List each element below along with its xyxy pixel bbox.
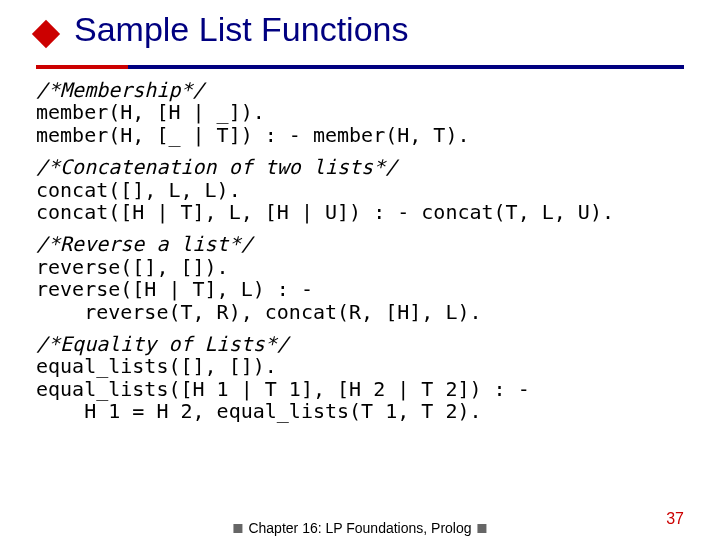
- title-underline: [36, 55, 684, 65]
- underline-red: [36, 65, 128, 69]
- code-line: equal_lists([], []).: [36, 354, 277, 378]
- footer-chapter-text: Chapter 16: LP Foundations, Prolog: [248, 520, 471, 536]
- content-area: /*Membership*/ member(H, [H | _]). membe…: [36, 79, 684, 422]
- code-line: equal_lists([H 1 | T 1], [H 2 | T 2]) : …: [36, 377, 530, 401]
- code-line: concat([], L, L).: [36, 178, 241, 202]
- code-line: reverse([], []).: [36, 255, 229, 279]
- code-line: reverse(T, R), concat(R, [H], L).: [36, 300, 482, 324]
- square-bullet-icon: [233, 524, 242, 533]
- code-block-equal: /*Equality of Lists*/ equal_lists([], []…: [36, 333, 684, 423]
- page-number: 37: [666, 510, 684, 528]
- title-row: Sample List Functions: [36, 10, 684, 49]
- code-line: concat([H | T], L, [H | U]) : - concat(T…: [36, 200, 614, 224]
- code-block-reverse: /*Reverse a list*/ reverse([], []). reve…: [36, 233, 684, 323]
- code-comment: /*Reverse a list*/: [36, 232, 253, 256]
- code-comment: /*Equality of Lists*/: [36, 332, 289, 356]
- code-line: H 1 = H 2, equal_lists(T 1, T 2).: [36, 399, 482, 423]
- footer-chapter: Chapter 16: LP Foundations, Prolog: [233, 520, 486, 536]
- slide: Sample List Functions /*Membership*/ mem…: [0, 0, 720, 540]
- slide-title: Sample List Functions: [74, 10, 409, 49]
- code-block-membership: /*Membership*/ member(H, [H | _]). membe…: [36, 79, 684, 146]
- code-line: reverse([H | T], L) : -: [36, 277, 313, 301]
- code-block-concat: /*Concatenation of two lists*/ concat([]…: [36, 156, 684, 223]
- code-line: member(H, [H | _]).: [36, 100, 265, 124]
- code-line: member(H, [_ | T]) : - member(H, T).: [36, 123, 469, 147]
- code-comment: /*Concatenation of two lists*/: [36, 155, 397, 179]
- square-bullet-icon: [478, 524, 487, 533]
- code-comment: /*Membership*/: [36, 78, 205, 102]
- title-bullet-icon: [32, 20, 60, 48]
- underline-blue: [36, 65, 684, 69]
